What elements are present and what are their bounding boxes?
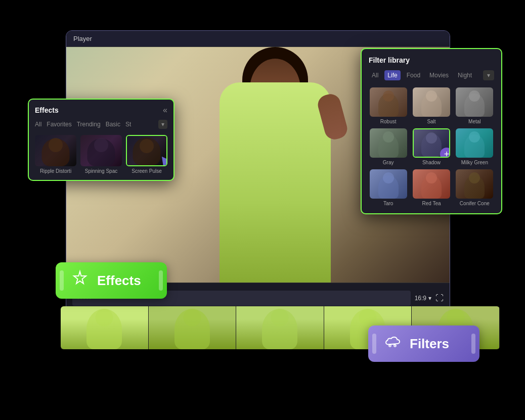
filter-thumb-taro — [370, 169, 407, 199]
fullscreen-icon: ⛶ — [435, 294, 444, 302]
filter-panel-title: Filter library — [369, 56, 494, 64]
effects-badge-icon — [71, 269, 89, 292]
filter-label-robust: Robust — [380, 119, 397, 124]
filmstrip-frame-3 — [236, 306, 324, 349]
effect-item-spinning[interactable]: Spinning Spac — [80, 135, 122, 174]
filter-label-metal: Metal — [468, 119, 480, 124]
filter-thumb-milky-green — [456, 128, 493, 158]
filter-tab-all[interactable]: All — [369, 70, 381, 80]
filter-tab-life[interactable]: Life — [384, 70, 400, 80]
filmstrip-frame-2 — [149, 306, 237, 349]
effects-badge-label: Effects — [97, 273, 141, 289]
filters-badge[interactable]: Filters — [368, 325, 479, 362]
filter-thumb-conifer-cone — [456, 169, 493, 199]
filter-tab-night[interactable]: Night — [455, 70, 475, 80]
filmstrip-frame-inner-3 — [236, 306, 324, 349]
effects-tab-st[interactable]: St — [125, 120, 131, 129]
filter-label-milky-green: Milky Green — [461, 160, 488, 165]
filter-label-shadow: Shadow — [422, 160, 441, 165]
effects-panel: Effects « All Favorites Trending Basic S… — [28, 99, 174, 181]
filter-label-red-tea: Red Tea — [422, 201, 441, 206]
effects-tab-all[interactable]: All — [35, 120, 41, 129]
filter-tab-movies[interactable]: Movies — [426, 70, 452, 80]
filter-thumb-inner-milky-green — [456, 128, 493, 158]
add-filter-button[interactable]: + — [440, 148, 450, 158]
effect-label-spinning: Spinning Spac — [85, 168, 118, 174]
filter-thumb-inner-taro — [370, 169, 407, 199]
effect-thumb-ripple — [35, 135, 76, 166]
ratio-arrow: ▾ — [428, 295, 431, 302]
filter-thumb-metal — [456, 87, 493, 117]
filter-thumb-inner-conifer-cone — [456, 169, 493, 199]
filmstrip-frame-1 — [61, 306, 149, 349]
filter-item-metal[interactable]: Metal — [455, 87, 494, 124]
effect-thumb-screen-pulse — [126, 135, 167, 166]
filters-badge-icon — [383, 333, 402, 355]
filter-thumb-shadow: + — [413, 128, 450, 158]
filter-item-conifer-cone[interactable]: Conifer Cone — [455, 169, 494, 206]
effects-grid: Ripple Distorti Spinning Spac — [35, 135, 167, 174]
woman-figure — [189, 47, 361, 283]
filter-item-robust[interactable]: Robust — [369, 87, 408, 124]
filter-tabs: All Life Food Movies Night ▾ — [369, 70, 494, 80]
filter-item-milky-green[interactable]: Milky Green — [455, 128, 494, 165]
filter-label-gray: Gray — [383, 160, 394, 165]
effect-thumb-spinning — [80, 135, 122, 166]
ratio-label: 16:9 — [415, 295, 426, 302]
effects-tabs: All Favorites Trending Basic St ▾ — [35, 120, 167, 129]
effect-label-screen-pulse: Screen Pulse — [132, 168, 161, 174]
woman-body — [220, 82, 331, 283]
ratio-button[interactable]: 16:9 ▾ — [415, 295, 431, 302]
effects-tab-basic[interactable]: Basic — [106, 120, 120, 129]
filter-item-gray[interactable]: Gray — [369, 128, 408, 165]
filter-thumb-red-tea — [413, 169, 450, 199]
effects-title: Effects — [35, 106, 59, 114]
filters-badge-handle-left — [372, 334, 376, 354]
player-titlebar: Player — [66, 31, 450, 47]
effects-tab-trending[interactable]: Trending — [77, 120, 101, 129]
effects-tab-more-button[interactable]: ▾ — [158, 120, 167, 129]
filter-thumb-gray — [370, 128, 407, 158]
effects-badge-handle-left — [60, 270, 64, 291]
filter-item-salt[interactable]: Salt — [412, 87, 451, 124]
fullscreen-button[interactable]: ⛶ — [435, 294, 444, 303]
effects-collapse-button[interactable]: « — [163, 106, 167, 115]
effect-item-screen-pulse[interactable]: Screen Pulse — [126, 135, 167, 174]
filters-badge-label: Filters — [410, 336, 449, 352]
effects-header: Effects « — [35, 106, 167, 115]
filter-thumb-robust — [370, 87, 407, 117]
filter-item-taro[interactable]: Taro — [369, 169, 408, 206]
filters-badge-handle-right — [471, 334, 475, 354]
effect-label-ripple: Ripple Distorti — [40, 168, 71, 174]
filter-thumb-salt — [413, 87, 450, 117]
filter-thumb-inner-robust — [370, 87, 407, 117]
filter-label-conifer-cone: Conifer Cone — [460, 201, 490, 206]
filter-tab-more-button[interactable]: ▾ — [483, 70, 494, 80]
effects-badge[interactable]: Effects — [56, 262, 167, 299]
filter-thumb-inner-salt — [413, 87, 450, 117]
filter-label-salt: Salt — [427, 119, 435, 124]
filter-thumb-inner-gray — [370, 128, 407, 158]
effects-tab-favorites[interactable]: Favorites — [47, 120, 71, 129]
filter-thumb-inner-metal — [456, 87, 493, 117]
effect-thumb-inner-spinning — [80, 135, 122, 166]
filter-label-taro: Taro — [383, 201, 393, 206]
filter-grid: Robust Salt — [369, 87, 494, 206]
filter-item-red-tea[interactable]: Red Tea — [412, 169, 451, 206]
effect-item-ripple[interactable]: Ripple Distorti — [35, 135, 76, 174]
effect-thumb-inner-ripple — [35, 135, 76, 166]
effects-badge-handle-right — [159, 270, 163, 291]
filter-item-shadow[interactable]: + Shadow — [412, 128, 451, 165]
filter-tab-food[interactable]: Food — [404, 70, 423, 80]
filmstrip-frame-inner-1 — [61, 306, 148, 349]
filter-panel: Filter library All Life Food Movies Nigh… — [361, 48, 502, 214]
player-title: Player — [73, 35, 92, 42]
filter-thumb-inner-red-tea — [413, 169, 450, 199]
filmstrip-frame-inner-2 — [149, 306, 236, 349]
